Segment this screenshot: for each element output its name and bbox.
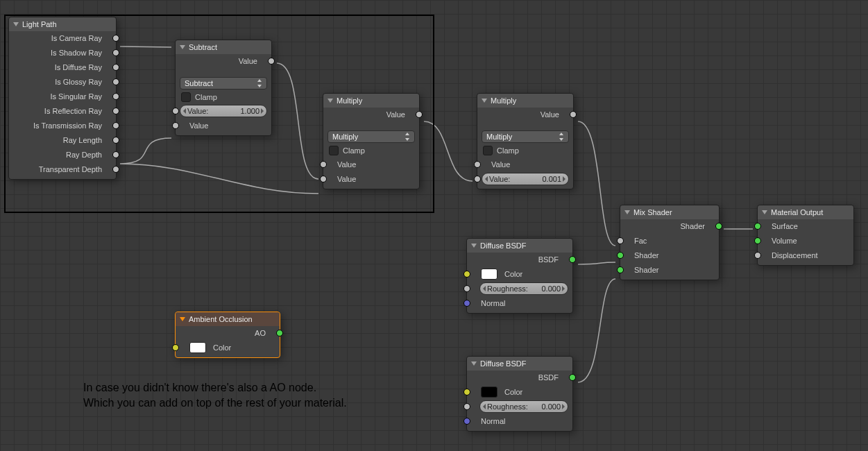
socket-in[interactable] (463, 403, 470, 410)
out-ray-depth: Ray Depth (59, 151, 112, 159)
node-diffuse-1[interactable]: Diffuse BSDF BSDF Color Roughness:0.000 … (466, 238, 573, 314)
socket-in[interactable] (320, 161, 327, 168)
node-mix-shader[interactable]: Mix Shader Shader Fac Shader Shader (620, 205, 720, 280)
socket-out[interactable] (112, 64, 119, 71)
socket-in[interactable] (754, 223, 761, 230)
roughness-field[interactable]: Roughness:0.000 (479, 400, 568, 413)
node-header[interactable]: Ambient Occlusion (176, 312, 280, 326)
socket-in[interactable] (463, 300, 470, 307)
collapse-icon[interactable] (624, 210, 630, 214)
collapse-icon[interactable] (482, 99, 487, 103)
operation-dropdown[interactable]: Subtract (180, 77, 267, 90)
roughness-field[interactable]: Roughness:0.000 (479, 282, 568, 295)
in-surface: Surface (762, 222, 805, 230)
value-field[interactable]: Value:1.000 (180, 105, 267, 117)
socket-in[interactable] (320, 176, 327, 182)
socket-out[interactable] (112, 122, 119, 129)
operation-dropdown[interactable]: Multiply (482, 130, 569, 143)
operation-dropdown[interactable]: Multiply (327, 130, 415, 143)
socket-in[interactable] (172, 108, 179, 114)
caret-left-icon (483, 404, 486, 409)
socket-out[interactable] (112, 49, 119, 56)
socket-out[interactable] (268, 58, 275, 65)
node-light-path[interactable]: Light Path Is Camera Ray Is Shadow Ray I… (8, 17, 117, 180)
in-value: Value (180, 121, 215, 130)
node-header[interactable]: Multiply (477, 94, 573, 108)
node-multiply-2[interactable]: Multiply Value Multiply Clamp Value Valu… (477, 93, 574, 189)
in-normal: Normal (471, 417, 512, 425)
in-shader-2: Shader (624, 266, 665, 274)
collapse-icon[interactable] (471, 361, 477, 366)
clamp-checkbox[interactable]: Clamp (482, 144, 569, 157)
out-is-shadow-ray: Is Shadow Ray (44, 49, 112, 57)
socket-in[interactable] (463, 389, 470, 395)
collapse-icon[interactable] (327, 99, 333, 103)
out-is-transmission-ray: Is Transmission Ray (26, 121, 112, 130)
in-fac: Fac (624, 237, 654, 245)
socket-out[interactable] (570, 111, 577, 118)
out-is-camera-ray: Is Camera Ray (44, 34, 112, 42)
socket-in[interactable] (617, 252, 624, 259)
socket-in[interactable] (617, 237, 624, 244)
node-title: Diffuse BSDF (480, 359, 526, 368)
clamp-checkbox[interactable]: Clamp (327, 144, 415, 157)
collapse-icon[interactable] (13, 22, 19, 26)
socket-out[interactable] (112, 108, 119, 114)
socket-in[interactable] (754, 252, 761, 259)
socket-out[interactable] (715, 223, 722, 230)
node-title: Light Path (22, 20, 57, 28)
node-multiply-1[interactable]: Multiply Value Multiply Clamp Value Valu… (323, 93, 420, 189)
socket-in[interactable] (172, 122, 179, 129)
collapse-icon[interactable] (180, 317, 185, 321)
collapse-icon[interactable] (471, 244, 477, 248)
socket-in[interactable] (617, 266, 624, 273)
in-value-1: Value (482, 160, 517, 169)
socket-in[interactable] (463, 285, 470, 292)
node-header[interactable]: Diffuse BSDF (467, 357, 572, 371)
in-value-1: Value (327, 160, 363, 169)
socket-out[interactable] (112, 151, 119, 158)
node-subtract[interactable]: Subtract Value Subtract Clamp Value:1.00… (175, 40, 272, 136)
node-ambient-occlusion[interactable]: Ambient Occlusion AO Color (175, 312, 280, 358)
socket-in[interactable] (172, 344, 179, 351)
socket-out[interactable] (112, 93, 119, 100)
out-is-singular-ray: Is Singular Ray (43, 92, 112, 101)
collapse-icon[interactable] (180, 45, 185, 49)
clamp-checkbox[interactable]: Clamp (180, 91, 267, 103)
value-field[interactable]: Value:0.001 (482, 173, 569, 185)
out-ray-length: Ray Length (56, 136, 112, 144)
color-swatch[interactable] (481, 269, 497, 280)
socket-out[interactable] (276, 330, 283, 337)
node-header[interactable]: Mix Shader (620, 205, 719, 219)
caret-left-icon (183, 108, 186, 114)
socket-out[interactable] (112, 137, 119, 144)
in-value-2: Value (327, 175, 363, 183)
node-header[interactable]: Material Output (758, 205, 853, 219)
node-header[interactable]: Multiply (323, 94, 419, 108)
caret-right-icon (562, 286, 565, 291)
color-swatch[interactable] (481, 386, 497, 398)
socket-out[interactable] (416, 111, 423, 118)
socket-out[interactable] (569, 374, 576, 381)
socket-out[interactable] (569, 256, 576, 263)
socket-in[interactable] (463, 271, 470, 278)
socket-in[interactable] (474, 176, 481, 182)
socket-in[interactable] (474, 161, 481, 168)
out-is-glossy-ray: Is Glossy Ray (48, 78, 112, 86)
node-title: Multiply (337, 96, 362, 105)
socket-out[interactable] (112, 166, 119, 173)
checkbox-icon (483, 146, 493, 155)
node-header[interactable]: Diffuse BSDF (467, 239, 572, 253)
node-header[interactable]: Subtract (176, 40, 271, 54)
node-material-output[interactable]: Material Output Surface Volume Displacem… (757, 205, 854, 266)
socket-in[interactable] (754, 237, 761, 244)
collapse-icon[interactable] (762, 210, 767, 214)
node-diffuse-2[interactable]: Diffuse BSDF BSDF Color Roughness:0.000 … (466, 356, 573, 432)
socket-in[interactable] (463, 418, 470, 425)
node-header[interactable]: Light Path (9, 17, 116, 31)
out-bsdf: BSDF (531, 373, 568, 382)
socket-out[interactable] (112, 35, 119, 42)
socket-out[interactable] (112, 78, 119, 85)
color-swatch[interactable] (189, 342, 206, 353)
checkbox-icon (181, 92, 191, 102)
